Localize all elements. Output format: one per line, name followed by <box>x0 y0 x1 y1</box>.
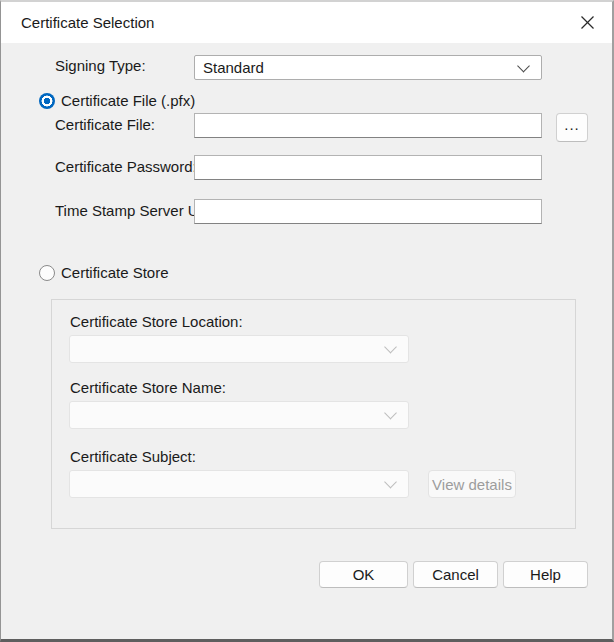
certificate-file-radio[interactable]: Certificate File (.pfx) <box>39 92 195 109</box>
store-location-label: Certificate Store Location: <box>70 313 243 331</box>
store-name-select[interactable] <box>69 401 409 429</box>
chevron-down-icon <box>517 59 530 72</box>
chevron-down-icon <box>384 407 397 420</box>
certificate-password-input[interactable] <box>194 155 542 180</box>
time-stamp-server-url-input[interactable] <box>194 199 542 224</box>
titlebar: Certificate Selection <box>1 2 612 43</box>
certificate-file-input[interactable] <box>194 113 542 138</box>
certificate-file-radio-label: Certificate File (.pfx) <box>61 92 195 109</box>
certificate-subject-label: Certificate Subject: <box>70 448 196 466</box>
view-details-button[interactable]: View details <box>428 470 516 498</box>
close-button[interactable] <box>570 7 604 37</box>
help-button[interactable]: Help <box>503 561 588 588</box>
certificate-store-radio[interactable]: Certificate Store <box>39 264 169 281</box>
signing-type-label: Signing Type: <box>55 57 146 75</box>
radio-icon <box>39 265 55 281</box>
certificate-file-label: Certificate File: <box>55 116 155 134</box>
radio-selected-icon <box>39 93 55 109</box>
chevron-down-icon <box>384 476 397 489</box>
chevron-down-icon <box>384 341 397 354</box>
store-location-select[interactable] <box>69 335 409 363</box>
close-icon <box>580 15 595 30</box>
dialog-title: Certificate Selection <box>21 14 154 31</box>
signing-type-select[interactable]: Standard <box>194 55 542 80</box>
ok-button[interactable]: OK <box>319 561 408 588</box>
signing-type-value: Standard <box>203 59 264 76</box>
certificate-store-radio-label: Certificate Store <box>61 264 169 281</box>
browse-button[interactable]: ... <box>556 113 588 142</box>
certificate-selection-dialog: Certificate Selection Signing Type: Stan… <box>0 0 614 642</box>
cancel-button[interactable]: Cancel <box>413 561 498 588</box>
store-name-label: Certificate Store Name: <box>70 379 226 397</box>
certificate-password-label: Certificate Password: <box>55 158 197 176</box>
certificate-subject-select[interactable] <box>69 470 409 498</box>
